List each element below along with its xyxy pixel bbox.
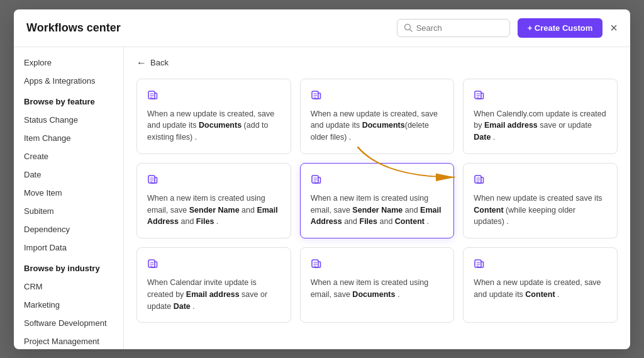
sidebar-item-move-item[interactable]: Move Item	[14, 184, 123, 202]
sidebar-item-browse-feature: Browse by feature	[14, 92, 123, 111]
cards-grid: When a new update is created, save and u…	[136, 79, 618, 323]
back-label: Back	[150, 58, 169, 67]
card-text-9: When a new update is created, save and u…	[474, 277, 607, 301]
card-text-6: When new update is created save its Cont…	[474, 193, 607, 228]
workflow-card-3[interactable]: When Calendly.com update is created by E…	[463, 79, 618, 154]
sidebar-item-marketing[interactable]: Marketing	[14, 296, 123, 314]
search-box[interactable]	[397, 19, 510, 37]
card-icon-9	[474, 258, 607, 272]
card-icon-8	[311, 258, 444, 272]
workflows-modal: Workflows center + Create Custom × Explo…	[14, 9, 630, 349]
main-content: ← Back When a new update is created, sav…	[124, 47, 630, 349]
card-text-8: When a new item is created using email, …	[311, 277, 444, 301]
card-icon-6	[474, 174, 607, 187]
sidebar-item-dependency[interactable]: Dependency	[14, 220, 123, 238]
back-button[interactable]: ← Back	[136, 57, 618, 69]
modal-title: Workflows center	[26, 21, 121, 35]
header-right: + Create Custom ×	[397, 18, 618, 38]
card-icon-3	[474, 89, 607, 103]
card-icon-1	[147, 89, 280, 103]
workflow-card-9[interactable]: When a new update is created, save and u…	[463, 247, 618, 323]
card-text-7: When Calendar invite update is created b…	[147, 277, 280, 312]
card-icon-2	[311, 89, 444, 103]
workflow-card-2[interactable]: When a new update is created, save and u…	[300, 79, 455, 154]
workflow-card-5[interactable]: When a new item is created using email, …	[300, 163, 455, 238]
close-button[interactable]: ×	[610, 21, 618, 34]
sidebar-item-explore[interactable]: Explore	[14, 53, 123, 72]
sidebar-item-status-change[interactable]: Status Change	[14, 111, 123, 129]
search-input[interactable]	[416, 23, 503, 33]
sidebar-item-project-mgmt[interactable]: Project Management	[14, 332, 123, 349]
workflow-card-6[interactable]: When new update is created save its Cont…	[463, 163, 618, 238]
sidebar-item-crm[interactable]: CRM	[14, 277, 123, 296]
sidebar-item-import-data[interactable]: Import Data	[14, 238, 123, 257]
sidebar-item-apps-integrations[interactable]: Apps & Integrations	[14, 72, 123, 90]
create-custom-button[interactable]: + Create Custom	[518, 18, 603, 38]
sidebar-item-item-change[interactable]: Item Change	[14, 129, 123, 147]
workflow-card-4[interactable]: When a new item is created using email, …	[136, 163, 291, 238]
sidebar-item-subitem[interactable]: Subitem	[14, 202, 123, 220]
workflow-card-7[interactable]: When Calendar invite update is created b…	[136, 247, 291, 323]
card-text-2: When a new update is created, save and u…	[311, 108, 444, 143]
card-text-3: When Calendly.com update is created by E…	[474, 108, 607, 143]
modal-overlay: Workflows center + Create Custom × Explo…	[0, 0, 644, 358]
sidebar-item-software-dev[interactable]: Software Development	[14, 314, 123, 332]
card-icon-5	[311, 174, 444, 187]
sidebar: ExploreApps & IntegrationsBrowse by feat…	[14, 47, 124, 349]
modal-body: ExploreApps & IntegrationsBrowse by feat…	[14, 47, 630, 349]
card-text-4: When a new item is created using email, …	[147, 193, 280, 228]
card-text-5: When a new item is created using email, …	[311, 193, 444, 228]
card-icon-7	[147, 258, 280, 272]
sidebar-item-date[interactable]: Date	[14, 165, 123, 184]
sidebar-item-browse-industry: Browse by industry	[14, 259, 123, 277]
back-arrow-icon: ←	[136, 57, 147, 69]
svg-line-1	[409, 30, 412, 32]
modal-header: Workflows center + Create Custom ×	[14, 9, 630, 47]
sidebar-item-create[interactable]: Create	[14, 147, 123, 165]
card-icon-4	[147, 174, 280, 187]
workflow-card-1[interactable]: When a new update is created, save and u…	[136, 79, 291, 154]
workflow-card-8[interactable]: When a new item is created using email, …	[300, 247, 455, 323]
card-text-1: When a new update is created, save and u…	[147, 108, 280, 143]
search-icon	[404, 23, 413, 32]
